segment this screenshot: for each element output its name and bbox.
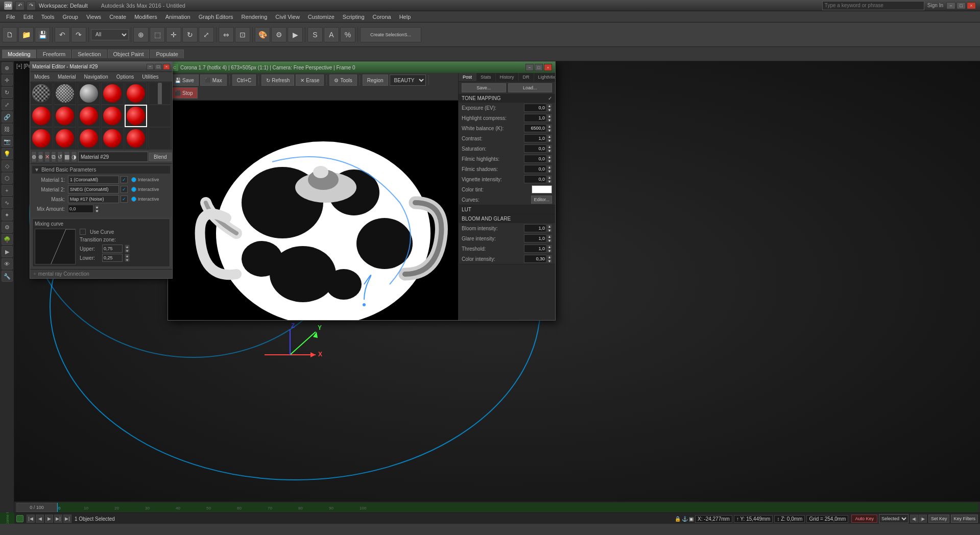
sidebar-scale[interactable]: ⤢ xyxy=(2,99,13,110)
mix-down-btn[interactable]: ▼ xyxy=(94,209,100,213)
use-curve-check[interactable] xyxy=(80,229,86,235)
mat-minimize[interactable]: − xyxy=(147,64,154,70)
cont-down[interactable]: ▼ xyxy=(547,138,552,142)
sidebar-select[interactable]: ⊕ xyxy=(2,62,13,74)
fhl-up[interactable]: ▲ xyxy=(547,155,552,159)
material1-value[interactable]: 1 (CoronaMtl) xyxy=(68,176,119,184)
frame-range-display[interactable]: 0 / 100 xyxy=(16,503,57,512)
material-editor-btn[interactable]: 🎨 xyxy=(255,27,270,42)
lower-up-btn[interactable]: ▲ xyxy=(125,254,130,258)
lower-input[interactable] xyxy=(102,254,123,262)
set-key-btn[interactable]: Set Key xyxy=(928,515,950,523)
material1-radio-circle[interactable] xyxy=(131,177,136,182)
menu-views[interactable]: Views xyxy=(82,13,105,21)
hl-down[interactable]: ▼ xyxy=(547,118,552,122)
sidebar-modify[interactable]: ⚙ xyxy=(2,222,13,233)
wb-down[interactable]: ▼ xyxy=(547,128,552,132)
glare-int-input[interactable] xyxy=(524,234,546,242)
undo-toolbar[interactable]: ↶ xyxy=(55,27,70,42)
lut-title[interactable]: LUT xyxy=(459,205,555,214)
mat-slot-14[interactable] xyxy=(78,127,100,150)
region-btn[interactable]: Region xyxy=(363,75,388,86)
copy-btn[interactable]: ⧉ xyxy=(51,151,56,162)
exp-up[interactable]: ▲ xyxy=(547,104,552,108)
menu-corona[interactable]: Corona xyxy=(369,13,395,21)
cr-tab-dr[interactable]: DR xyxy=(519,73,534,81)
material-name-input[interactable] xyxy=(78,152,148,162)
sat-down[interactable]: ▼ xyxy=(547,149,552,153)
tab-populate[interactable]: Populate xyxy=(150,50,183,58)
first-frame-btn[interactable]: |◀ xyxy=(27,515,35,523)
render-setup-btn[interactable]: ⚙ xyxy=(271,27,286,42)
mat-slot-17[interactable] xyxy=(149,127,171,150)
close-btn[interactable]: × xyxy=(967,2,976,9)
sidebar-helper[interactable]: + xyxy=(2,185,13,196)
menu-edit[interactable]: Edit xyxy=(19,13,37,21)
mat-slot-7[interactable] xyxy=(54,105,76,127)
selected-dropdown[interactable]: Selected All xyxy=(879,514,909,523)
mat-slot-9[interactable] xyxy=(101,105,124,127)
background-btn[interactable]: ▩ xyxy=(64,151,70,162)
timeline-ruler[interactable]: 0 / 100 0 10 20 30 40 50 60 70 80 90 xyxy=(14,502,980,513)
mat-menu-utilities[interactable]: Utilities xyxy=(138,73,162,81)
sidebar-utilities[interactable]: 🔧 xyxy=(2,271,13,282)
color-tint-box[interactable] xyxy=(532,185,552,193)
mat-slot-10[interactable] xyxy=(125,105,147,127)
rotate-btn[interactable]: ↻ xyxy=(182,27,198,42)
mask-value[interactable]: Map #17 (Noise) xyxy=(68,195,119,203)
reset-btn[interactable]: ↺ xyxy=(57,151,63,162)
erase-btn[interactable]: ✕ Erase xyxy=(296,75,324,86)
sidebar-light[interactable]: 💡 xyxy=(2,148,13,159)
upper-input[interactable] xyxy=(102,245,123,253)
select-region-btn[interactable]: ⬚ xyxy=(150,27,165,42)
sidebar-camera[interactable]: 📷 xyxy=(2,136,13,147)
tab-modeling[interactable]: Modeling xyxy=(2,50,36,58)
create-selection-btn[interactable]: Create SelectionS... xyxy=(360,27,421,42)
mat-slot-13[interactable] xyxy=(54,127,76,150)
material2-radio-circle[interactable] xyxy=(131,187,136,192)
mat-menu-options[interactable]: Options xyxy=(112,73,138,81)
vignette-input[interactable] xyxy=(524,175,546,183)
mirror-btn[interactable]: ⇔ xyxy=(219,27,234,42)
anim-prev-btn[interactable]: ◀| xyxy=(910,515,918,523)
save-btn[interactable]: 💾 xyxy=(35,27,50,42)
tone-mapping-title[interactable]: TONE MAPPING ✓ xyxy=(459,94,555,103)
sidebar-rotate[interactable]: ↻ xyxy=(2,87,13,98)
cr-load-btn[interactable]: Load... xyxy=(508,83,553,92)
mat-menu-modes[interactable]: Modes xyxy=(30,73,54,81)
menu-help[interactable]: Help xyxy=(395,13,415,21)
curve-canvas[interactable] xyxy=(35,229,76,264)
th-down[interactable]: ▼ xyxy=(547,249,552,253)
mat-slot-12[interactable] xyxy=(30,127,53,150)
last-frame-btn[interactable]: ▶| xyxy=(63,515,71,523)
next-frame-btn[interactable]: ▶| xyxy=(54,515,62,523)
mat-slot-3[interactable] xyxy=(101,82,124,105)
gi-down[interactable]: ▼ xyxy=(547,238,552,242)
refresh-btn[interactable]: ↻ Refresh xyxy=(261,75,294,86)
vig-down[interactable]: ▼ xyxy=(547,179,552,183)
corona-minimize[interactable]: − xyxy=(525,64,534,71)
stop-btn[interactable]: ⬛ Stop xyxy=(170,87,198,99)
get-material-btn[interactable]: ⊕ xyxy=(31,151,37,162)
put-material-btn[interactable]: ⊗ xyxy=(38,151,43,162)
sidebar-move[interactable]: ✛ xyxy=(2,75,13,86)
backlight-btn[interactable]: ◑ xyxy=(71,151,77,162)
ci-up[interactable]: ▲ xyxy=(547,255,552,259)
material2-value[interactable]: SNEG (CoronaMtl) xyxy=(68,185,119,193)
percent-snap-btn[interactable]: % xyxy=(340,27,355,42)
filmic-hl-input[interactable] xyxy=(524,155,546,163)
auto-key-btn[interactable]: Auto Key xyxy=(851,515,877,523)
contrast-input[interactable] xyxy=(524,134,546,142)
mat-slot-0[interactable] xyxy=(30,82,53,105)
corona-maximize[interactable]: □ xyxy=(535,64,543,71)
search-input[interactable] xyxy=(822,1,924,10)
prev-frame-btn[interactable]: ◀ xyxy=(36,515,44,523)
tools-btn[interactable]: ⚙ Tools xyxy=(329,75,356,86)
redo-toolbar[interactable]: ↷ xyxy=(71,27,86,42)
cr-tab-lightmix[interactable]: LightMix xyxy=(534,73,555,81)
tone-mapping-check[interactable]: ✓ xyxy=(548,95,552,101)
open-btn[interactable]: 📁 xyxy=(18,27,34,42)
mat-slot-6[interactable] xyxy=(30,105,53,127)
fhl-down[interactable]: ▼ xyxy=(547,159,552,163)
sidebar-particle[interactable]: ✦ xyxy=(2,209,13,221)
